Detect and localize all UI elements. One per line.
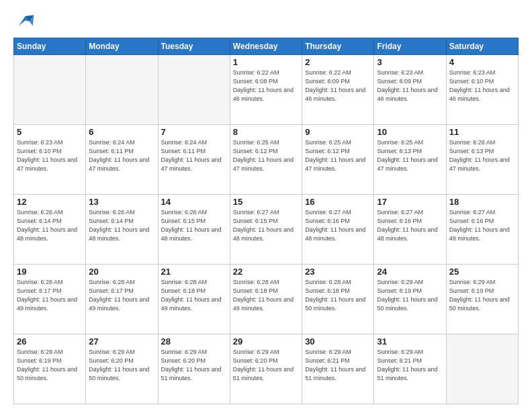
day-info: Sunrise: 6:26 AM Sunset: 6:13 PM Dayligh… xyxy=(449,138,515,173)
calendar-cell xyxy=(86,55,158,125)
calendar-cell: 23Sunrise: 6:28 AM Sunset: 6:18 PM Dayli… xyxy=(302,265,374,334)
calendar-cell: 4Sunrise: 6:23 AM Sunset: 6:10 PM Daylig… xyxy=(446,55,518,125)
calendar-table: SundayMondayTuesdayWednesdayThursdayFrid… xyxy=(13,38,519,404)
calendar-cell: 16Sunrise: 6:27 AM Sunset: 6:16 PM Dayli… xyxy=(302,195,374,265)
day-info: Sunrise: 6:27 AM Sunset: 6:15 PM Dayligh… xyxy=(233,208,299,243)
day-number: 22 xyxy=(233,267,299,277)
day-info: Sunrise: 6:29 AM Sunset: 6:21 PM Dayligh… xyxy=(377,348,443,383)
day-info: Sunrise: 6:29 AM Sunset: 6:20 PM Dayligh… xyxy=(233,348,299,383)
calendar-cell: 17Sunrise: 6:27 AM Sunset: 6:16 PM Dayli… xyxy=(374,195,446,265)
logo xyxy=(13,11,38,32)
day-info: Sunrise: 6:28 AM Sunset: 6:18 PM Dayligh… xyxy=(305,278,371,313)
day-info: Sunrise: 6:22 AM Sunset: 6:09 PM Dayligh… xyxy=(305,68,371,103)
calendar-cell: 1Sunrise: 6:22 AM Sunset: 6:08 PM Daylig… xyxy=(230,55,302,125)
weekday-header-saturday: Saturday xyxy=(446,38,518,55)
day-number: 6 xyxy=(89,127,154,137)
day-info: Sunrise: 6:23 AM Sunset: 6:09 PM Dayligh… xyxy=(377,68,443,103)
calendar-cell: 15Sunrise: 6:27 AM Sunset: 6:15 PM Dayli… xyxy=(230,195,302,265)
day-number: 5 xyxy=(17,127,83,137)
day-number: 30 xyxy=(305,336,371,347)
day-number: 18 xyxy=(449,197,515,207)
day-number: 16 xyxy=(305,197,371,207)
day-info: Sunrise: 6:22 AM Sunset: 6:08 PM Dayligh… xyxy=(233,68,299,103)
day-number: 1 xyxy=(233,57,299,67)
day-info: Sunrise: 6:27 AM Sunset: 6:16 PM Dayligh… xyxy=(449,208,515,243)
weekday-header-friday: Friday xyxy=(374,38,446,55)
weekday-header-tuesday: Tuesday xyxy=(158,38,230,55)
day-info: Sunrise: 6:27 AM Sunset: 6:16 PM Dayligh… xyxy=(305,208,371,243)
day-number: 3 xyxy=(377,57,443,67)
calendar-cell: 6Sunrise: 6:24 AM Sunset: 6:11 PM Daylig… xyxy=(86,125,158,195)
calendar-cell: 27Sunrise: 6:29 AM Sunset: 6:20 PM Dayli… xyxy=(86,334,158,404)
day-info: Sunrise: 6:27 AM Sunset: 6:16 PM Dayligh… xyxy=(377,208,443,243)
day-info: Sunrise: 6:24 AM Sunset: 6:11 PM Dayligh… xyxy=(89,138,154,173)
calendar-cell: 8Sunrise: 6:25 AM Sunset: 6:12 PM Daylig… xyxy=(230,125,302,195)
calendar-cell: 14Sunrise: 6:26 AM Sunset: 6:15 PM Dayli… xyxy=(158,195,230,265)
calendar-cell: 26Sunrise: 6:29 AM Sunset: 6:19 PM Dayli… xyxy=(14,334,86,404)
day-number: 21 xyxy=(161,267,227,277)
day-number: 28 xyxy=(161,336,227,347)
calendar-cell: 29Sunrise: 6:29 AM Sunset: 6:20 PM Dayli… xyxy=(230,334,302,404)
weekday-header-sunday: Sunday xyxy=(14,38,86,55)
day-number: 2 xyxy=(305,57,371,67)
day-number: 17 xyxy=(377,197,443,207)
day-info: Sunrise: 6:28 AM Sunset: 6:17 PM Dayligh… xyxy=(17,278,83,313)
day-number: 20 xyxy=(89,267,154,277)
calendar-cell: 24Sunrise: 6:29 AM Sunset: 6:19 PM Dayli… xyxy=(374,265,446,334)
calendar-cell xyxy=(158,55,230,125)
day-number: 4 xyxy=(449,57,515,67)
day-info: Sunrise: 6:25 AM Sunset: 6:12 PM Dayligh… xyxy=(233,138,299,173)
day-number: 24 xyxy=(377,267,443,277)
week-row-2: 12Sunrise: 6:26 AM Sunset: 6:14 PM Dayli… xyxy=(14,195,519,265)
calendar-cell: 5Sunrise: 6:23 AM Sunset: 6:10 PM Daylig… xyxy=(14,125,86,195)
week-row-4: 26Sunrise: 6:29 AM Sunset: 6:19 PM Dayli… xyxy=(14,334,519,404)
day-info: Sunrise: 6:26 AM Sunset: 6:15 PM Dayligh… xyxy=(161,208,227,243)
calendar-cell xyxy=(14,55,86,125)
day-info: Sunrise: 6:29 AM Sunset: 6:19 PM Dayligh… xyxy=(17,348,83,383)
day-info: Sunrise: 6:28 AM Sunset: 6:18 PM Dayligh… xyxy=(161,278,227,313)
logo-icon xyxy=(13,11,35,32)
week-row-3: 19Sunrise: 6:28 AM Sunset: 6:17 PM Dayli… xyxy=(14,265,519,334)
day-number: 19 xyxy=(17,267,83,277)
day-info: Sunrise: 6:28 AM Sunset: 6:18 PM Dayligh… xyxy=(233,278,299,313)
day-info: Sunrise: 6:25 AM Sunset: 6:12 PM Dayligh… xyxy=(305,138,371,173)
day-number: 25 xyxy=(449,267,515,277)
day-number: 26 xyxy=(17,336,83,347)
calendar-cell: 7Sunrise: 6:24 AM Sunset: 6:11 PM Daylig… xyxy=(158,125,230,195)
day-info: Sunrise: 6:29 AM Sunset: 6:20 PM Dayligh… xyxy=(89,348,154,383)
day-info: Sunrise: 6:24 AM Sunset: 6:11 PM Dayligh… xyxy=(161,138,227,173)
day-number: 23 xyxy=(305,267,371,277)
day-number: 14 xyxy=(161,197,227,207)
calendar-cell: 18Sunrise: 6:27 AM Sunset: 6:16 PM Dayli… xyxy=(446,195,518,265)
day-number: 11 xyxy=(449,127,515,137)
calendar-cell: 11Sunrise: 6:26 AM Sunset: 6:13 PM Dayli… xyxy=(446,125,518,195)
day-number: 10 xyxy=(377,127,443,137)
week-row-1: 5Sunrise: 6:23 AM Sunset: 6:10 PM Daylig… xyxy=(14,125,519,195)
day-info: Sunrise: 6:25 AM Sunset: 6:13 PM Dayligh… xyxy=(377,138,443,173)
calendar-cell: 19Sunrise: 6:28 AM Sunset: 6:17 PM Dayli… xyxy=(14,265,86,334)
calendar-cell: 21Sunrise: 6:28 AM Sunset: 6:18 PM Dayli… xyxy=(158,265,230,334)
calendar-cell: 2Sunrise: 6:22 AM Sunset: 6:09 PM Daylig… xyxy=(302,55,374,125)
weekday-header-monday: Monday xyxy=(86,38,158,55)
weekday-header-wednesday: Wednesday xyxy=(230,38,302,55)
day-number: 29 xyxy=(233,336,299,347)
day-number: 15 xyxy=(233,197,299,207)
day-info: Sunrise: 6:26 AM Sunset: 6:14 PM Dayligh… xyxy=(17,208,83,243)
week-row-0: 1Sunrise: 6:22 AM Sunset: 6:08 PM Daylig… xyxy=(14,55,519,125)
day-number: 8 xyxy=(233,127,299,137)
calendar-cell: 9Sunrise: 6:25 AM Sunset: 6:12 PM Daylig… xyxy=(302,125,374,195)
day-info: Sunrise: 6:29 AM Sunset: 6:19 PM Dayligh… xyxy=(449,278,515,313)
header xyxy=(13,11,519,32)
day-number: 12 xyxy=(17,197,83,207)
weekday-header-row: SundayMondayTuesdayWednesdayThursdayFrid… xyxy=(14,38,519,55)
weekday-header-thursday: Thursday xyxy=(302,38,374,55)
calendar-cell: 31Sunrise: 6:29 AM Sunset: 6:21 PM Dayli… xyxy=(374,334,446,404)
calendar-cell: 20Sunrise: 6:28 AM Sunset: 6:17 PM Dayli… xyxy=(86,265,158,334)
calendar-cell: 10Sunrise: 6:25 AM Sunset: 6:13 PM Dayli… xyxy=(374,125,446,195)
day-number: 7 xyxy=(161,127,227,137)
day-number: 27 xyxy=(89,336,154,347)
day-number: 9 xyxy=(305,127,371,137)
calendar-cell: 28Sunrise: 6:29 AM Sunset: 6:20 PM Dayli… xyxy=(158,334,230,404)
calendar-cell: 13Sunrise: 6:26 AM Sunset: 6:14 PM Dayli… xyxy=(86,195,158,265)
day-info: Sunrise: 6:29 AM Sunset: 6:19 PM Dayligh… xyxy=(377,278,443,313)
